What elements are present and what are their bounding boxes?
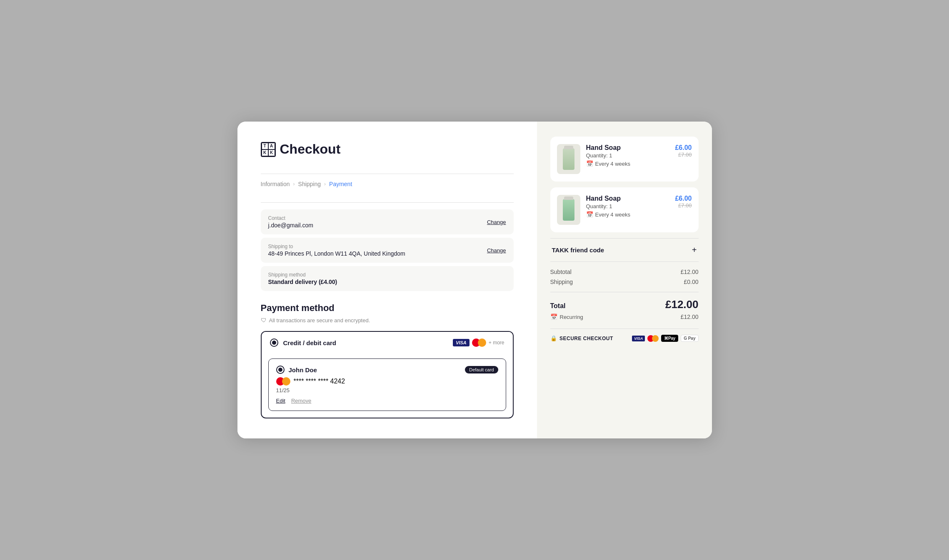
left-panel: T A K K Checkout Information › Shipping … (237, 122, 537, 438)
card-mc-icon (276, 377, 290, 386)
recurring-row: 📅 Recurring £12.00 (550, 314, 699, 320)
logo-cell-k1: K (262, 149, 268, 156)
card-radio[interactable] (276, 366, 285, 374)
recurring-calendar-icon: 📅 (550, 314, 557, 320)
card-mc-right (282, 377, 290, 386)
secure-mastercard-icon (647, 335, 659, 342)
secure-visa-icon: VISA (632, 336, 645, 341)
default-card-badge: Default card (465, 366, 498, 373)
payment-option-left: Credit / debit card (270, 338, 337, 347)
shipping-label: Shipping (550, 279, 573, 285)
contact-label: Contact (268, 215, 313, 221)
order-item-1-details: Hand Soap Quantity: 1 📅 Every 4 weeks (586, 144, 669, 167)
shipping-method-value: Standard delivery (£4.00) (268, 279, 337, 285)
security-note: 🛡 All transactions are secure and encryp… (261, 317, 514, 324)
order-item-2-recurring: 📅 Every 4 weeks (586, 211, 669, 218)
breadcrumb-divider (261, 202, 514, 203)
order-item-2-qty: Quantity: 1 (586, 203, 669, 209)
product-cap-2 (564, 197, 573, 200)
friend-code-label: TAKK friend code (552, 246, 604, 254)
order-item-2-price-current: £6.00 (675, 195, 692, 202)
subtotal-row: Subtotal £12.00 (550, 269, 699, 275)
edit-card-button[interactable]: Edit (276, 398, 285, 404)
card-name-left: John Doe (276, 366, 317, 374)
shipping-method-left: Shipping method Standard delivery (£4.00… (268, 272, 337, 285)
card-expiry: 11/25 (276, 387, 498, 393)
payment-icons: VISA + more (453, 338, 504, 347)
breadcrumb-payment: Payment (329, 181, 352, 187)
product-bottle-1 (563, 148, 574, 170)
order-item-2-name: Hand Soap (586, 195, 669, 202)
plus-icon[interactable]: + (692, 245, 697, 255)
total-label: Total (550, 302, 566, 310)
page-title: Checkout (280, 142, 341, 157)
order-item-1-price-current: £6.00 (675, 144, 692, 152)
friend-code-row[interactable]: TAKK friend code + (550, 238, 699, 262)
shipping-method-card: Shipping method Standard delivery (£4.00… (261, 266, 514, 291)
summary-rows: Subtotal £12.00 Shipping £0.00 (550, 269, 699, 285)
secure-payment-icons: VISA ⌘Pay G Pay (632, 335, 698, 342)
total-value: £12.00 (665, 298, 699, 311)
payment-option-header: Credit / debit card VISA + more (262, 332, 513, 353)
credit-card-radio[interactable] (270, 338, 278, 347)
total-row: Total £12.00 (550, 298, 699, 311)
list-item: Hand Soap Quantity: 1 📅 Every 4 weeks £6… (550, 137, 699, 182)
credit-card-label: Credit / debit card (283, 339, 337, 346)
product-cap-1 (564, 146, 573, 149)
shipping-row: Shipping £0.00 (550, 279, 699, 285)
shipping-address-value: 48-49 Princes Pl, London W11 4QA, United… (268, 250, 405, 257)
contact-card-left: Contact j.doe@gmail.com (268, 215, 313, 229)
calendar-icon-2: 📅 (586, 211, 593, 218)
logo-cell-t: T (262, 143, 268, 149)
summary-divider (550, 292, 699, 292)
card-number-row: **** **** **** 4242 (276, 377, 498, 386)
contact-change-button[interactable]: Change (487, 219, 506, 225)
card-owner-name: John Doe (289, 366, 317, 373)
order-item-2-price: £6.00 £7.00 (675, 195, 692, 209)
product-bottle-2 (563, 199, 574, 221)
payment-box: Credit / debit card VISA + more (261, 331, 514, 418)
breadcrumb-sep-1: › (293, 181, 295, 187)
order-item-2-price-original: £7.00 (675, 202, 692, 209)
shipping-address-change-button[interactable]: Change (487, 247, 506, 254)
contact-card: Contact j.doe@gmail.com Change (261, 209, 514, 234)
subtotal-value: £12.00 (681, 269, 699, 275)
mc-right-circle (478, 338, 486, 347)
shipping-value: £0.00 (684, 279, 698, 285)
card-name-row: John Doe Default card (276, 366, 498, 374)
card-detail-box: John Doe Default card **** **** **** 424… (268, 358, 506, 411)
payment-section-title: Payment method (261, 303, 514, 314)
takk-logo: T A K K (261, 142, 276, 157)
order-item-1-qty: Quantity: 1 (586, 152, 669, 159)
secure-gpay-icon: G Pay (681, 335, 698, 342)
radio-dot (272, 341, 276, 345)
secure-left: 🔒 SECURE CHECKOUT (550, 335, 613, 341)
secure-applepay-icon: ⌘Pay (661, 335, 678, 342)
breadcrumb-sep-2: › (324, 181, 326, 187)
recurring-value: £12.00 (681, 314, 699, 320)
order-item-1-price: £6.00 £7.00 (675, 144, 692, 158)
subtotal-label: Subtotal (550, 269, 572, 275)
logo-cell-k2: K (268, 149, 275, 156)
product-image-2 (557, 195, 580, 225)
more-payment-label: + more (489, 340, 504, 346)
recurring-label: Recurring (560, 314, 583, 320)
shield-icon: 🛡 (261, 317, 267, 324)
mastercard-icon (472, 338, 486, 347)
logo-area: T A K K Checkout (261, 142, 514, 157)
security-note-text: All transactions are secure and encrypte… (269, 317, 370, 324)
remove-card-button[interactable]: Remove (291, 398, 311, 404)
order-item-1-recurring: 📅 Every 4 weeks (586, 160, 669, 167)
breadcrumb: Information › Shipping › Payment (261, 181, 514, 187)
contact-value: j.doe@gmail.com (268, 222, 313, 229)
order-item-2-recurring-text: Every 4 weeks (595, 212, 631, 218)
list-item: Hand Soap Quantity: 1 📅 Every 4 weeks £6… (550, 187, 699, 232)
breadcrumb-information: Information (261, 181, 290, 187)
shipping-method-label: Shipping method (268, 272, 337, 278)
recurring-left: 📅 Recurring (550, 314, 583, 320)
shipping-address-left: Shipping to 48-49 Princes Pl, London W11… (268, 244, 405, 257)
lock-icon: 🔒 (550, 335, 557, 341)
secure-checkout-row: 🔒 SECURE CHECKOUT VISA ⌘Pay G Pay (550, 329, 699, 342)
right-panel: Hand Soap Quantity: 1 📅 Every 4 weeks £6… (537, 122, 712, 438)
card-number: **** **** **** 4242 (294, 378, 345, 385)
